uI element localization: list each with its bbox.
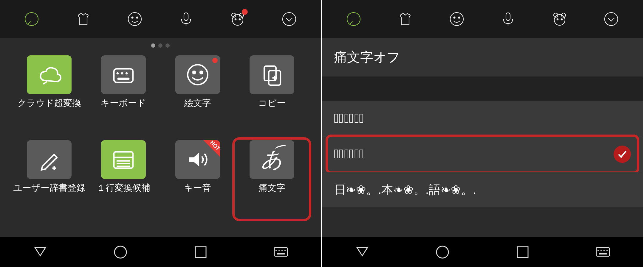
- chat-icon[interactable]: [344, 10, 363, 29]
- keysound-tile[interactable]: HOT: [175, 140, 220, 179]
- grid-cell-copy: コピー: [235, 55, 309, 135]
- page-dot[interactable]: [165, 43, 170, 48]
- page-dot[interactable]: [151, 43, 155, 48]
- notification-badge: [242, 9, 248, 15]
- cloud-label: クラウド超変換: [17, 97, 81, 109]
- style-option-label: 日͜本͜語͜: [334, 146, 364, 162]
- chat-icon[interactable]: [22, 10, 41, 29]
- candidate-tile[interactable]: [101, 140, 146, 179]
- style-option-row[interactable]: 日❧❀。.本❧❀。.語❧❀。.: [322, 172, 643, 208]
- style-option-row[interactable]: 日͠本͠語͠: [322, 101, 643, 136]
- copy-icon: [260, 63, 284, 87]
- candidate-label: １行変換候補: [97, 182, 150, 194]
- cloud-icon: [37, 63, 61, 87]
- page-dot[interactable]: [158, 43, 162, 48]
- page-indicator: [0, 38, 321, 49]
- grid-cell-itamoji: あ痛文字: [235, 140, 309, 220]
- emoji-tile[interactable]: [175, 55, 220, 94]
- settings-grid-panel: クラウド超変換キーボード絵文字コピーユーザー辞書登録１行変換候補HOTキー音あ痛…: [0, 38, 321, 237]
- grid-cell-candidate: １行変換候補: [86, 140, 160, 220]
- nav-back-icon[interactable]: [354, 244, 370, 260]
- grid-cell-cloud: クラウド超変換: [12, 55, 86, 135]
- itamoji-label: 痛文字: [258, 182, 285, 194]
- chevron-icon[interactable]: [602, 10, 621, 29]
- style-option-label: 日❧❀。.本❧❀。.語❧❀。.: [334, 182, 476, 198]
- keyboard-label: キーボード: [100, 97, 146, 109]
- toolbar: [0, 0, 321, 38]
- grid-cell-emoji: 絵文字: [160, 55, 235, 135]
- nav-home-icon[interactable]: [113, 244, 128, 260]
- nav-home-icon[interactable]: [435, 244, 450, 260]
- face-icon[interactable]: [447, 10, 466, 29]
- style-option-label: 日͠本͠語͠: [334, 111, 364, 126]
- itamoji-off-row[interactable]: 痛文字オフ: [322, 38, 643, 77]
- nav-recent-icon[interactable]: [193, 244, 208, 260]
- bear-icon[interactable]: [550, 10, 569, 29]
- check-icon: [614, 146, 631, 163]
- smile-icon: [185, 63, 210, 87]
- itamoji-style-list: 痛文字オフ 日͠本͠語͠日͜本͜語͜日❧❀。.本❧❀。.語❧❀。.: [322, 38, 643, 237]
- kbrows-icon: [111, 147, 136, 172]
- shirt-icon[interactable]: [74, 10, 93, 29]
- settings-grid: クラウド超変換キーボード絵文字コピーユーザー辞書登録１行変換候補HOTキー音あ痛…: [0, 49, 321, 237]
- mic-icon[interactable]: [499, 10, 518, 29]
- toolbar: [322, 0, 643, 38]
- list-spacer: [322, 77, 643, 101]
- kb-icon: [111, 63, 136, 87]
- pencil-icon: [37, 147, 61, 172]
- nav-keyboard-icon[interactable]: [273, 244, 289, 260]
- style-option-row[interactable]: 日͜本͜語͜: [322, 136, 643, 172]
- face-icon[interactable]: [125, 10, 144, 29]
- itamoji-tile[interactable]: あ: [250, 140, 294, 179]
- bear-icon[interactable]: [228, 10, 247, 29]
- cloud-tile[interactable]: [27, 55, 72, 94]
- notification-badge: [212, 58, 218, 63]
- shirt-icon[interactable]: [396, 10, 415, 29]
- copy-label: コピー: [258, 97, 286, 109]
- screen-right: 痛文字オフ 日͠本͠語͠日͜本͜語͜日❧❀。.本❧❀。.語❧❀。.: [322, 0, 644, 267]
- mic-icon[interactable]: [177, 10, 196, 29]
- screen-left: クラウド超変換キーボード絵文字コピーユーザー辞書登録１行変換候補HOTキー音あ痛…: [0, 0, 322, 267]
- copy-tile[interactable]: [250, 55, 294, 94]
- emoji-label: 絵文字: [184, 97, 211, 109]
- dict-label: ユーザー辞書登録: [13, 182, 85, 194]
- itamoji-off-label: 痛文字オフ: [334, 49, 400, 66]
- nav-back-icon[interactable]: [32, 244, 48, 260]
- grid-cell-keysound: HOTキー音: [160, 140, 235, 220]
- keysound-label: キー音: [184, 182, 211, 194]
- nav-recent-icon[interactable]: [515, 244, 530, 260]
- grid-cell-keyboard: キーボード: [86, 55, 160, 135]
- android-navbar: [322, 237, 643, 267]
- dict-tile[interactable]: [27, 140, 72, 179]
- grid-cell-dict: ユーザー辞書登録: [12, 140, 86, 220]
- android-navbar: [0, 237, 321, 267]
- nav-keyboard-icon[interactable]: [595, 244, 611, 260]
- keyboard-tile[interactable]: [101, 55, 146, 94]
- chevron-icon[interactable]: [280, 10, 299, 29]
